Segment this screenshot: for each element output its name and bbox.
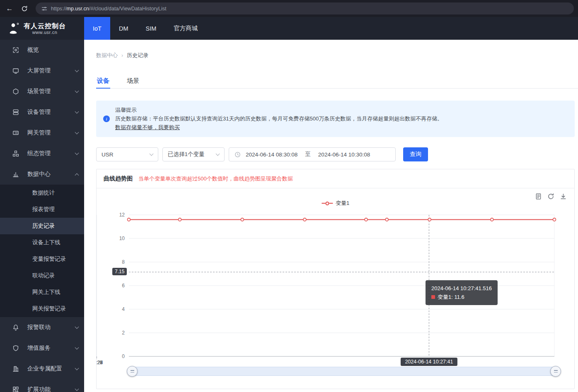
sidebar-subitem[interactable]: 报表管理 [0, 201, 84, 218]
sidebar-subitem[interactable]: 网关报警记录 [0, 301, 84, 317]
chevron-down-icon [75, 387, 79, 391]
nav-tab[interactable]: 官方商城 [165, 17, 206, 40]
device-select[interactable]: USR [96, 147, 158, 161]
sidebar-subitem[interactable]: 设备上下线 [0, 234, 84, 251]
back-icon[interactable]: ← [4, 3, 15, 14]
download-icon[interactable] [560, 193, 567, 200]
device-select-value: USR [102, 152, 114, 158]
sidebar-subitem[interactable]: 数据统计 [0, 185, 84, 201]
chevron-down-icon [75, 68, 79, 72]
scene-icon [12, 88, 19, 95]
sidebar-item[interactable]: 大屏管理 [0, 60, 84, 81]
sidebar-item[interactable]: 组态管理 [0, 143, 84, 164]
sidebar-item-label: 场景管理 [27, 88, 51, 95]
start-date[interactable]: 2024-06-14 08:30:08 [246, 152, 297, 158]
chevron-down-icon [75, 325, 79, 329]
url-text: https://mp.usr.cn/#/cloud/data/ViewDataH… [51, 6, 166, 12]
date-range-picker[interactable]: 2024-06-14 08:30:08 至 2024-06-14 10:30:0… [229, 147, 396, 161]
gateway-icon [12, 130, 19, 136]
legend-marker [325, 202, 329, 205]
sidebar-item[interactable]: 设备管理 [0, 102, 84, 123]
main-content: 数据中心 › 历史记录 设备场景 i 温馨提示 历史数据存储：平台历史数据默认支… [84, 40, 578, 392]
nav-tab[interactable]: IoT [84, 17, 110, 40]
chevron-down-icon [75, 151, 79, 155]
restore-icon[interactable] [547, 193, 554, 200]
svg-text:0: 0 [122, 354, 125, 359]
reload-icon[interactable] [19, 3, 30, 14]
legend-marker-line [322, 203, 325, 204]
address-bar[interactable]: https://mp.usr.cn/#/cloud/data/ViewDataH… [36, 2, 574, 14]
site-settings-icon[interactable] [41, 6, 47, 12]
end-date[interactable]: 2024-06-14 10:30:08 [318, 152, 370, 158]
query-button[interactable]: 查询 [403, 147, 428, 161]
sidebar-subitem[interactable]: 网关上下线 [0, 284, 84, 301]
sidebar-subitem[interactable]: 联动记录 [0, 267, 84, 284]
chevron-down-icon [75, 366, 79, 370]
sidebar-item[interactable]: 增值服务 [0, 338, 84, 358]
breadcrumb: 数据中心 › 历史记录 [96, 52, 148, 59]
svg-text:6: 6 [122, 283, 125, 289]
sidebar-item[interactable]: 场景管理 [0, 81, 84, 102]
sidebar-item-label: 设备管理 [27, 108, 51, 116]
sidebar-item-label: 报警联动 [27, 324, 51, 331]
legend-label: 变量1 [336, 200, 349, 207]
extension-icon [12, 386, 19, 392]
big-screen-icon [12, 67, 19, 74]
chevron-down-icon [75, 130, 79, 135]
info-alert: i 温馨提示 历史数据存储：平台历史数据默认支持查询近31天内的历史数据，每月可… [96, 101, 575, 137]
sidebar-item-label: 概览 [27, 46, 39, 54]
variable-select-value: 已选择1个变量 [168, 151, 205, 158]
sidebar-item-label: 数据中心 [27, 171, 51, 178]
chevron-down-icon [75, 89, 79, 93]
chart-area[interactable]: 02468101210:2310:2410:2510:2610:2710:281… [97, 188, 574, 389]
legend[interactable]: 变量1 [322, 200, 349, 207]
data-zoom-slider[interactable] [128, 367, 560, 376]
sidebar-item[interactable]: 企业专属配置 [0, 358, 84, 379]
chevron-up-icon [75, 173, 79, 177]
purchase-link[interactable]: 数据存储量不够，我要购买 [115, 124, 180, 130]
sidebar-subitem[interactable]: 历史记录 [0, 218, 84, 234]
top-navbar: 有人云控制台 www.usr.cn IoTDMSIM官方商城 [0, 17, 578, 40]
sidebar-item[interactable]: 报警联动 [0, 317, 84, 338]
nav-tab[interactable]: SIM [137, 17, 165, 40]
device-icon [12, 109, 19, 115]
chart-card-header: 曲线趋势图 当单个变量单次查询超过500个数值时，曲线趋势图呈现聚合数据 [97, 169, 574, 188]
logo-subtitle: www.usr.cn [24, 30, 66, 35]
sidebar-item[interactable]: 概览 [0, 40, 84, 60]
sidebar-submenu: 数据统计报表管理历史记录设备上下线变量报警记录联动记录网关上下线网关报警记录 [0, 185, 84, 317]
svg-text:10: 10 [119, 236, 125, 241]
view-tab[interactable]: 场景 [126, 75, 140, 88]
zoom-handle-left[interactable] [127, 366, 138, 377]
sidebar-item-label: 大屏管理 [27, 67, 51, 75]
browser-toolbar: ← https://mp.usr.cn/#/cloud/data/ViewDat… [0, 0, 578, 17]
breadcrumb-item[interactable]: 数据中心 [96, 52, 118, 59]
view-tab[interactable]: 设备 [96, 75, 110, 88]
sidebar-subitem[interactable]: 变量报警记录 [0, 251, 84, 267]
chevron-down-icon [150, 152, 154, 156]
sidebar-item[interactable]: 数据中心 [0, 164, 84, 185]
sidebar-item-label: 组态管理 [27, 150, 51, 157]
nav-tab[interactable]: DM [110, 17, 137, 40]
sidebar-item-label: 增值服务 [27, 344, 51, 352]
chart-note: 当单个变量单次查询超过500个数值时，曲线趋势图呈现聚合数据 [138, 175, 293, 183]
usr-logo-icon [7, 22, 20, 35]
variable-select[interactable]: 已选择1个变量 [162, 147, 225, 161]
x-axis-pointer-label: 2024-06-14 10:27:41 [401, 358, 457, 366]
scada-icon [12, 150, 19, 157]
data-view-icon[interactable] [535, 193, 542, 200]
sidebar-item[interactable]: 网关管理 [0, 123, 84, 143]
sidebar-item[interactable]: 扩展功能 [0, 379, 84, 392]
breadcrumb-current: 历史记录 [127, 52, 148, 59]
alert-title: 温馨提示 [115, 106, 568, 114]
filter-bar: USR 已选择1个变量 2024-06-14 08:30:08 至 2024-0… [96, 147, 428, 161]
sidebar: 概览大屏管理场景管理设备管理网关管理组态管理数据中心数据统计报表管理历史记录设备… [0, 40, 84, 392]
zoom-handle-right[interactable] [550, 366, 561, 377]
sidebar-item-label: 网关管理 [27, 129, 51, 137]
svg-text:10:29: 10:29 [97, 360, 103, 366]
chart-toolbox [535, 193, 567, 200]
overview-icon [12, 47, 19, 53]
logo[interactable]: 有人云控制台 www.usr.cn [0, 17, 84, 40]
svg-text:2: 2 [122, 330, 125, 336]
chevron-down-icon [216, 152, 220, 156]
line-chart[interactable]: 02468101210:2310:2410:2510:2610:2710:281… [97, 188, 574, 389]
